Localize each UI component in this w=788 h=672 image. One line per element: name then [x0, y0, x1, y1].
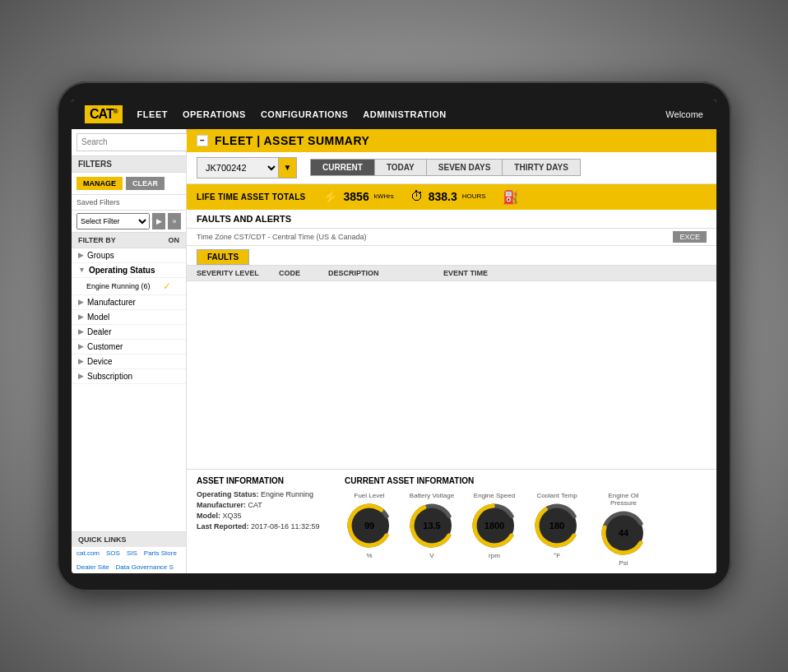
hours-stat: ⏱ 838.3 HOURS [410, 189, 486, 204]
gauge-value: 1800 [484, 521, 504, 531]
right-panel: − FLEET | ASSET SUMMARY JK700242 ▼ CURRE… [187, 129, 716, 573]
nav-items: FLEET OPERATIONS CONFIGURATIONS ADMINIST… [137, 109, 666, 119]
table-body [187, 281, 716, 469]
arrow-icon: ▶ [78, 342, 84, 350]
fuel-stat: ⛽ [503, 189, 519, 205]
lifetime-bar: LIFE TIME ASSET TOTALS ⚡ 3856 kWHrs ⏱ 83… [187, 184, 716, 210]
last-reported-row: Last Reported: 2017-08-16 11:32:59 [197, 522, 328, 531]
quick-link-dealer[interactable]: Dealer Site [76, 563, 109, 571]
col-code: CODE [279, 269, 328, 277]
col-event-time: EVENT TIME [443, 269, 707, 277]
gauge-unit: °F [554, 552, 560, 559]
kw-icon: ⚡ [322, 189, 339, 205]
asset-select-row: JK700242 ▼ CURRENT TODAY SEVEN DAYS THIR… [187, 152, 716, 184]
filter-dealer[interactable]: ▶ Dealer [72, 325, 186, 340]
nav-fleet[interactable]: FLEET [137, 109, 168, 119]
kw-unit: kWHrs [374, 192, 394, 201]
filter-subscription[interactable]: ▶ Subscription [72, 369, 186, 384]
quick-link-catcom[interactable]: cat.com [76, 549, 100, 557]
arrow-icon: ▶ [78, 298, 84, 306]
nav-administration[interactable]: ADMINISTRATION [363, 109, 447, 119]
arrow-icon: ▶ [78, 313, 84, 321]
arrow-icon: ▼ [78, 266, 86, 274]
check-icon: ✓ [163, 280, 171, 292]
kw-value: 3856 [344, 190, 369, 203]
gauge-unit: % [366, 552, 372, 559]
gauge-unit: Psi [619, 559, 628, 567]
main-content: 🔍 FILTERS MANAGE CLEAR Saved Filters Sel… [72, 129, 716, 573]
current-asset-section: CURRENT ASSET INFORMATION Fuel Level99%B… [345, 476, 707, 567]
arrow-icon: ▶ [78, 327, 84, 336]
gauge-battery-voltage: Battery Voltage13.5V [407, 492, 457, 559]
manufacturer-row: Manufacturer: CAT [197, 501, 328, 509]
current-asset-title: CURRENT ASSET INFORMATION [345, 476, 707, 485]
gauge-unit: rpm [489, 552, 500, 559]
cat-logo: CAT® [85, 105, 123, 123]
quick-link-sis[interactable]: SIS [127, 549, 137, 557]
hours-value: 838.3 [429, 190, 457, 203]
filter-manufacturer[interactable]: ▶ Manufacturer [72, 295, 186, 310]
quick-links-items: cat.com SOS SIS Parts Store Dealer Site … [72, 547, 186, 573]
search-input[interactable] [76, 133, 191, 151]
filter-items: ▶ Groups ▼ Operating Status Engine Runni… [72, 248, 186, 531]
hours-icon: ⏱ [410, 189, 424, 204]
page-title: FLEET | ASSET SUMMARY [215, 134, 369, 147]
kw-stat: ⚡ 3856 kWHrs [322, 189, 394, 205]
faults-tab[interactable]: FAULTS [197, 249, 249, 265]
gauge-unit: V [429, 552, 433, 559]
model-row: Model: XQ35 [197, 512, 328, 520]
gauge-label: Engine Oil Pressure [595, 492, 652, 507]
nav-operations[interactable]: OPERATIONS [183, 109, 246, 119]
quick-link-sos[interactable]: SOS [106, 549, 120, 557]
search-bar: 🔍 [72, 129, 186, 156]
quick-link-parts[interactable]: Parts Store [144, 549, 177, 557]
tab-today[interactable]: TODAY [374, 159, 426, 176]
table-header: SEVERITY LEVEL CODE DESCRIPTION EVENT TI… [187, 266, 716, 281]
nav-configurations[interactable]: CONFIGURATIONS [261, 109, 348, 119]
filter-double-arrow-btn[interactable]: » [168, 213, 181, 229]
filter-groups[interactable]: ▶ Groups [72, 248, 186, 263]
lifetime-label: LIFE TIME ASSET TOTALS [197, 192, 306, 202]
filter-by-row: FILTER BY ON [72, 233, 186, 248]
clear-button[interactable]: CLEAR [126, 177, 165, 190]
fuel-icon: ⛽ [503, 189, 519, 205]
asset-info-title: ASSET INFORMATION [197, 476, 328, 485]
filters-label: FILTERS [72, 156, 186, 173]
gauge-engine-oil-pressure: Engine Oil Pressure44Psi [595, 492, 652, 567]
excel-button[interactable]: EXCE [673, 231, 707, 243]
quick-link-data[interactable]: Data Governance S [116, 563, 174, 571]
filter-buttons: MANAGE CLEAR [72, 173, 186, 195]
asset-select[interactable]: JK700242 [197, 157, 279, 178]
gauge-fuel-level: Fuel Level99% [345, 492, 394, 559]
gauge-value: 99 [364, 521, 374, 531]
filter-device[interactable]: ▶ Device [72, 355, 186, 369]
page-title-bar: − FLEET | ASSET SUMMARY [187, 129, 716, 152]
welcome-text: Welcome [665, 109, 703, 119]
filter-customer[interactable]: ▶ Customer [72, 340, 186, 355]
timezone-row: Time Zone CST/CDT - Central Time (US & C… [187, 229, 716, 246]
time-tabs: CURRENT TODAY SEVEN DAYS THIRTY DAYS [310, 159, 581, 176]
filter-arrow-btn[interactable]: ▶ [152, 213, 165, 229]
tab-seven-days[interactable]: SEVEN DAYS [426, 159, 503, 176]
filter-operating-status[interactable]: ▼ Operating Status [72, 263, 186, 278]
top-navigation: CAT® FLEET OPERATIONS CONFIGURATIONS ADM… [72, 100, 716, 129]
filter-model[interactable]: ▶ Model [72, 310, 186, 325]
manage-button[interactable]: MANAGE [76, 177, 123, 190]
gauge-label: Coolant Temp [536, 492, 577, 499]
tab-thirty-days[interactable]: THIRTY DAYS [502, 159, 581, 176]
gauge-label: Battery Voltage [410, 492, 454, 499]
sidebar: 🔍 FILTERS MANAGE CLEAR Saved Filters Sel… [72, 129, 187, 573]
filter-select[interactable]: Select Filter [76, 213, 150, 229]
hours-unit: HOURS [462, 192, 486, 201]
operating-status-row: Operating Status: Engine Running [197, 490, 328, 498]
tablet-screen: CAT® FLEET OPERATIONS CONFIGURATIONS ADM… [72, 100, 716, 573]
col-description: DESCRIPTION [328, 269, 443, 277]
select-filter-row: Select Filter ▶ » [72, 211, 186, 233]
tab-current[interactable]: CURRENT [310, 159, 374, 176]
filter-engine-running[interactable]: Engine Running (6) ✓ [72, 278, 186, 295]
tab-row: FAULTS [187, 246, 716, 266]
gauge-label: Fuel Level [355, 492, 385, 499]
collapse-button[interactable]: − [197, 135, 208, 146]
asset-dropdown-arrow[interactable]: ▼ [279, 157, 297, 178]
tablet-frame: CAT® FLEET OPERATIONS CONFIGURATIONS ADM… [57, 81, 731, 591]
